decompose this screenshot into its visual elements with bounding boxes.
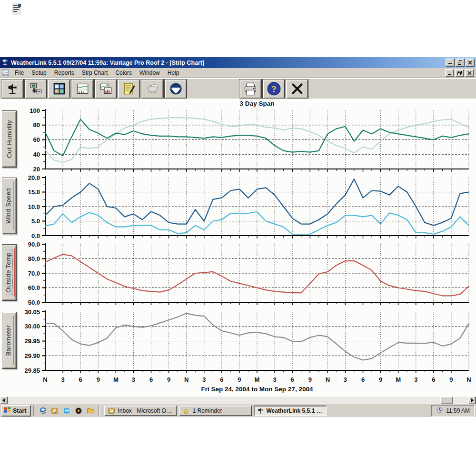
start-button[interactable]: Start [1, 405, 31, 416]
axis-label-text: Barometer [5, 325, 12, 356]
task-label: WeatherLink 5.5.1 09... [266, 407, 323, 414]
scroll-left-arrow-icon[interactable] [0, 397, 8, 404]
plot-icon[interactable] [95, 79, 117, 99]
menu-strp-chart[interactable]: Strp Chart [78, 69, 112, 77]
mdi-close-button[interactable] [465, 69, 474, 77]
minimize-button[interactable] [446, 59, 455, 67]
internet-explorer-icon[interactable] [38, 406, 48, 416]
axis-label-barometer[interactable]: Barometer [2, 312, 17, 369]
taskbar-separator [33, 406, 35, 416]
bulletin-icon[interactable] [48, 79, 70, 99]
task-inbox-microsoft-outlook[interactable]: Inbox - Microsoft Outlook [104, 406, 177, 416]
tray-clock-icon [436, 407, 443, 415]
scrollbar-thumb[interactable] [440, 397, 453, 404]
axis-label-outside-temp[interactable]: Outside Temp [2, 244, 17, 301]
task-label: Inbox - Microsoft Outlook [118, 407, 174, 414]
quick-launch-bar [38, 406, 96, 416]
scroll-right-arrow-icon[interactable] [468, 397, 476, 404]
system-tray[interactable]: 11:59 AM [431, 405, 475, 416]
window-title: WeatherLink 5.5.1 09/27/04 11:59a: Vanta… [11, 60, 204, 66]
media-player-icon[interactable] [73, 406, 84, 416]
weatherlink-icon [257, 407, 264, 414]
task-label: 1 Reminder [192, 407, 222, 414]
weatherlink-app-icon [1, 58, 9, 67]
photo-artifact [11, 3, 22, 17]
restore-button[interactable] [456, 59, 465, 67]
taskbar: Start Inbox - Microsoft Outlook1 Reminde… [0, 404, 476, 417]
axis-label-text: Out Humidity [6, 120, 13, 158]
legend-color-line [13, 316, 14, 365]
svg-text:?: ? [271, 84, 276, 94]
tray-time: 11:59 AM [446, 407, 470, 414]
chart-date-range: Fri Sep 24, 2004 to Mon Sep 27, 2004 [38, 386, 476, 393]
task-weatherlink-5-5-1-09[interactable]: WeatherLink 5.5.1 09... [254, 406, 327, 416]
close-chart-button[interactable] [286, 79, 308, 99]
menu-colors[interactable]: Colors [111, 69, 136, 77]
weather-vane-icon[interactable] [1, 79, 23, 99]
axis-label-text: Wind Speed [5, 188, 12, 224]
menu-help[interactable]: Help [164, 69, 183, 77]
chart-span-title: 3 Day Span [38, 100, 476, 107]
horizontal-scrollbar[interactable] [0, 396, 476, 404]
axis-label-text: Outside Temp [4, 250, 12, 295]
notes-icon[interactable] [118, 79, 140, 99]
reminder-icon [182, 407, 190, 415]
title-bar: WeatherLink 5.5.1 09/27/04 11:59a: Vanta… [0, 57, 476, 68]
legend-color-line [14, 248, 15, 297]
print-button[interactable] [239, 79, 261, 99]
strip-chart-document-icon[interactable] [2, 69, 9, 76]
weather-summary-icon[interactable] [141, 79, 163, 99]
taskbar-separator [98, 406, 100, 416]
axis-label-out-humidity[interactable]: Out Humidity [2, 110, 17, 168]
start-label: Start [13, 407, 26, 414]
task-1-reminder[interactable]: 1 Reminder [179, 406, 252, 416]
task-button-area: Inbox - Microsoft Outlook1 ReminderWeath… [102, 406, 327, 416]
toolbar: ? [0, 79, 476, 99]
legend-color-line [13, 182, 14, 230]
menu-file[interactable]: File [11, 69, 28, 77]
windows-logo-icon [4, 407, 11, 415]
strip-chart-icon[interactable] [71, 79, 93, 99]
outlook-icon[interactable] [50, 406, 60, 416]
mdi-restore-button[interactable] [455, 69, 464, 77]
outlook-task-icon [108, 407, 115, 415]
mdi-minimize-button[interactable] [445, 69, 454, 77]
menu-setup[interactable]: Setup [28, 69, 50, 77]
close-window-button[interactable] [466, 59, 475, 67]
chart-background [0, 99, 476, 396]
noaa-icon[interactable] [165, 79, 187, 99]
folder-icon[interactable] [85, 406, 96, 416]
menu-window[interactable]: Window [136, 69, 164, 77]
menu-reports[interactable]: Reports [50, 69, 78, 77]
help-button[interactable]: ? [263, 79, 285, 99]
axis-label-wind-speed[interactable]: Wind Speed [2, 178, 17, 234]
download-data-icon[interactable] [25, 79, 47, 99]
messenger-icon[interactable] [61, 406, 72, 416]
menu-bar: FileSetupReportsStrp ChartColorsWindowHe… [0, 68, 476, 78]
